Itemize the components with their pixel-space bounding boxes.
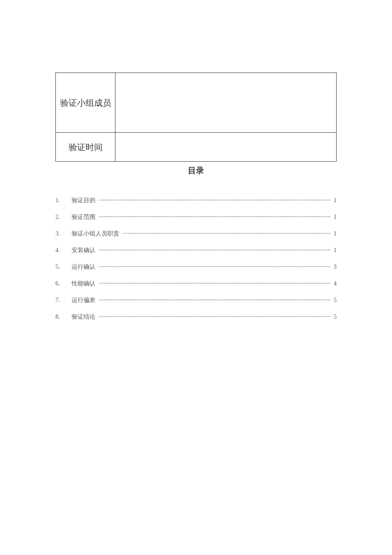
toc-label: 性能确认 <box>72 280 97 288</box>
toc-number: 7. <box>55 297 72 304</box>
table-row: 验证时间 <box>56 133 337 162</box>
toc-entry: 8. 验证结论 5 <box>55 313 337 321</box>
toc-number: 3. <box>55 230 72 237</box>
toc-leader-dots <box>99 283 330 284</box>
toc-entry: 4. 安装确认 1 <box>55 247 337 254</box>
toc-leader-dots <box>99 299 330 300</box>
toc-number: 6. <box>55 280 72 287</box>
toc-label: 验证目的 <box>72 197 97 204</box>
toc-page: 1 <box>332 230 337 237</box>
toc-page: 5 <box>332 314 337 320</box>
toc-leader-dots <box>99 216 330 217</box>
toc-number: 1. <box>55 197 72 204</box>
info-value-members <box>115 73 337 133</box>
toc-entry: 1. 验证目的 1 <box>55 197 337 204</box>
table-row: 验证小组成员 <box>56 73 337 133</box>
toc-number: 5. <box>55 264 72 270</box>
info-label-time: 验证时间 <box>56 133 115 162</box>
info-label-members: 验证小组成员 <box>56 73 115 133</box>
toc-number: 2. <box>55 214 72 221</box>
info-value-time <box>115 133 337 162</box>
toc-page: 1 <box>332 247 337 254</box>
toc: 1. 验证目的 1 2. 验证范围 1 3. 验证小组人员职责 1 4. 安装确… <box>55 197 337 321</box>
toc-label: 安装确认 <box>72 247 97 254</box>
toc-page: 3 <box>332 264 337 270</box>
toc-page: 1 <box>332 197 337 204</box>
toc-title: 目录 <box>55 165 337 176</box>
toc-leader-dots <box>99 200 330 200</box>
toc-label: 验证范围 <box>72 213 97 221</box>
toc-entry: 6. 性能确认 4 <box>55 280 337 288</box>
toc-entry: 2. 验证范围 1 <box>55 213 337 221</box>
toc-leader-dots <box>123 233 330 234</box>
toc-label: 运行确认 <box>72 263 97 271</box>
info-table: 验证小组成员 验证时间 <box>55 73 337 162</box>
toc-number: 8. <box>55 314 72 320</box>
toc-entry: 3. 验证小组人员职责 1 <box>55 230 337 238</box>
toc-label: 运行偏差 <box>72 296 97 304</box>
document-page: 验证小组成员 验证时间 目录 1. 验证目的 1 2. 验证范围 1 3. 验证… <box>0 0 392 321</box>
toc-entry: 5. 运行确认 3 <box>55 263 337 271</box>
toc-page: 5 <box>332 297 337 304</box>
toc-leader-dots <box>99 250 330 250</box>
toc-leader-dots <box>99 316 330 317</box>
toc-leader-dots <box>99 266 330 267</box>
toc-entry: 7. 运行偏差 5 <box>55 296 337 304</box>
toc-label: 验证结论 <box>72 313 97 321</box>
toc-label: 验证小组人员职责 <box>72 230 121 238</box>
toc-page: 1 <box>332 214 337 221</box>
toc-number: 4. <box>55 247 72 254</box>
toc-page: 4 <box>332 280 337 287</box>
